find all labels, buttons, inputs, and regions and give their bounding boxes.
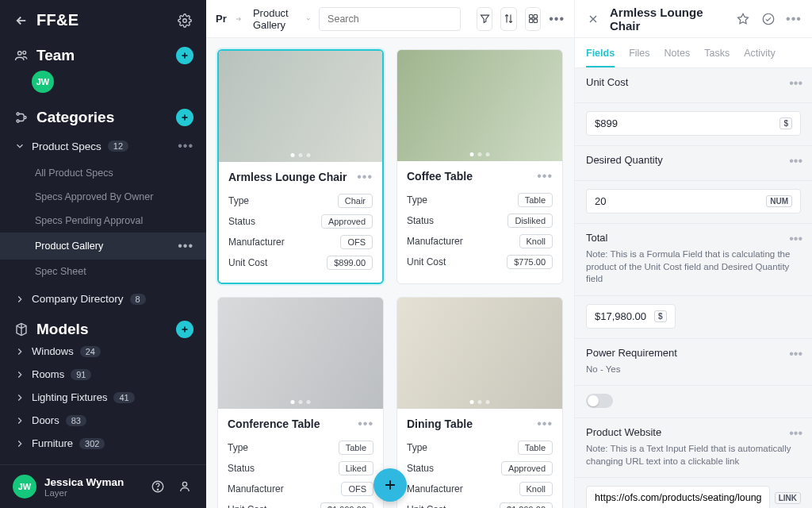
- tab-files[interactable]: Files: [629, 48, 649, 67]
- property-tag: Approved: [501, 461, 553, 475]
- field-label-website: Product Website: [586, 426, 801, 438]
- category-more-icon[interactable]: •••: [178, 139, 193, 153]
- sort-icon[interactable]: [500, 7, 516, 31]
- field-label-total: Total: [586, 232, 801, 244]
- property-tag: Table: [518, 441, 553, 455]
- field-more-icon[interactable]: •••: [789, 76, 802, 90]
- tab-notes[interactable]: Notes: [665, 48, 691, 67]
- svg-point-0: [183, 18, 187, 22]
- count-badge: 91: [71, 369, 91, 380]
- fab-add-button[interactable]: [373, 468, 407, 502]
- property-tag: $775.00: [507, 255, 553, 269]
- card-title: Coffee Table: [407, 170, 473, 183]
- breadcrumb-root[interactable]: Pr: [216, 13, 227, 25]
- field-label-qty: Desired Quantity: [586, 154, 801, 166]
- check-circle-icon[interactable]: [760, 10, 777, 28]
- sidebar-item-product-gallery[interactable]: Product Gallery •••: [0, 233, 206, 260]
- star-icon[interactable]: [734, 10, 752, 28]
- search-input[interactable]: [319, 7, 461, 31]
- sidebar-item-pending[interactable]: Specs Pending Approval: [0, 209, 206, 233]
- card-image: [397, 298, 562, 409]
- field-more-icon[interactable]: •••: [789, 347, 802, 361]
- profile-icon[interactable]: [176, 478, 193, 495]
- sidebar-item-all-specs[interactable]: All Product Specs: [0, 161, 206, 185]
- card-more-icon[interactable]: •••: [537, 169, 553, 183]
- image-pager[interactable]: [291, 153, 311, 157]
- category-row-product-specs[interactable]: Product Specs 12 •••: [0, 133, 206, 160]
- view-more-icon[interactable]: •••: [178, 239, 193, 253]
- card-title: Dining Table: [407, 418, 473, 430]
- close-icon[interactable]: [584, 10, 602, 28]
- sidebar-item-spec-sheet[interactable]: Spec Sheet: [0, 260, 206, 283]
- website-input[interactable]: [586, 486, 770, 508]
- model-row[interactable]: Furniture302: [0, 432, 206, 455]
- layout-icon[interactable]: [525, 7, 541, 31]
- tab-fields[interactable]: Fields: [586, 48, 615, 67]
- back-arrow-icon[interactable]: [13, 12, 30, 29]
- chevron-right-icon: [14, 369, 25, 380]
- field-value-qty[interactable]: 20 NUM: [586, 189, 801, 214]
- tab-activity[interactable]: Activity: [744, 48, 776, 67]
- chevron-right-icon: [14, 438, 25, 449]
- svg-point-3: [17, 113, 19, 115]
- property-tag: Approved: [321, 214, 373, 229]
- panel-title: Armless Lounge Chair: [610, 6, 726, 33]
- topbar-more-icon[interactable]: •••: [549, 7, 565, 31]
- product-card[interactable]: JW Armless Lounge Chair ••• TypeChairSta…: [217, 49, 384, 284]
- image-pager[interactable]: [470, 152, 490, 156]
- sidebar-item-approved-owner[interactable]: Specs Approved By Owner: [0, 185, 206, 209]
- field-label-power: Power Requirement: [586, 347, 801, 359]
- product-card[interactable]: Coffee Table ••• TypeTableStatusDisliked…: [396, 49, 563, 284]
- add-category-button[interactable]: [176, 109, 193, 126]
- team-member-avatar[interactable]: JW: [32, 71, 54, 93]
- count-badge: 83: [66, 415, 86, 426]
- add-model-button[interactable]: [176, 321, 193, 338]
- power-toggle[interactable]: [586, 394, 613, 408]
- field-sub-power: No - Yes: [586, 364, 801, 376]
- user-sublabel: Layer: [44, 488, 124, 498]
- add-team-button[interactable]: [176, 47, 193, 64]
- user-name: Jessica Wyman: [44, 476, 124, 488]
- property-tag: Table: [339, 441, 373, 455]
- field-value-total: $17,980.00 $: [586, 304, 676, 329]
- property-tag: OFS: [340, 235, 373, 249]
- field-more-icon[interactable]: •••: [789, 426, 802, 441]
- field-value-unit-cost[interactable]: $899 $: [586, 111, 801, 136]
- svg-point-4: [17, 120, 19, 122]
- svg-point-13: [763, 13, 774, 25]
- workspace-title: FF&E: [36, 11, 79, 29]
- model-row[interactable]: Windows24: [0, 340, 206, 363]
- field-label-unit-cost: Unit Cost: [586, 76, 801, 88]
- image-pager[interactable]: [470, 400, 490, 404]
- model-row[interactable]: Lighting Fixtures41: [0, 386, 206, 409]
- property-tag: $1,999.00: [320, 502, 373, 508]
- tab-tasks[interactable]: Tasks: [704, 48, 730, 67]
- property-tag: Chair: [338, 194, 373, 208]
- models-heading: Models: [36, 321, 88, 338]
- topbar: Pr Product Gallery •••: [206, 0, 574, 38]
- count-badge: 8: [130, 294, 146, 305]
- product-card[interactable]: Dining Table ••• TypeTableStatusApproved…: [396, 297, 563, 508]
- breadcrumb-view[interactable]: Product Gallery: [253, 7, 311, 31]
- gear-icon[interactable]: [176, 12, 193, 29]
- field-more-icon[interactable]: •••: [789, 232, 802, 246]
- card-more-icon[interactable]: •••: [358, 417, 373, 431]
- card-more-icon[interactable]: •••: [357, 170, 373, 184]
- model-row[interactable]: Rooms91: [0, 363, 206, 386]
- count-badge: 24: [80, 346, 101, 357]
- categories-icon: [13, 109, 30, 126]
- panel-more-icon[interactable]: •••: [785, 10, 802, 28]
- product-card[interactable]: Conference Table ••• TypeTableStatusLike…: [217, 297, 384, 508]
- count-badge: 12: [108, 140, 128, 152]
- help-icon[interactable]: [149, 478, 167, 495]
- model-row[interactable]: Doors83: [0, 409, 206, 432]
- field-more-icon[interactable]: •••: [789, 154, 802, 168]
- gallery: JW Armless Lounge Chair ••• TypeChairSta…: [206, 38, 574, 508]
- num-badge: NUM: [766, 195, 792, 207]
- card-more-icon[interactable]: •••: [537, 417, 553, 431]
- user-avatar[interactable]: JW: [13, 475, 36, 498]
- category-row-company-directory[interactable]: Company Directory 8: [0, 287, 206, 311]
- property-tag: Liked: [339, 461, 373, 475]
- filter-icon[interactable]: [477, 7, 492, 31]
- image-pager[interactable]: [291, 400, 311, 404]
